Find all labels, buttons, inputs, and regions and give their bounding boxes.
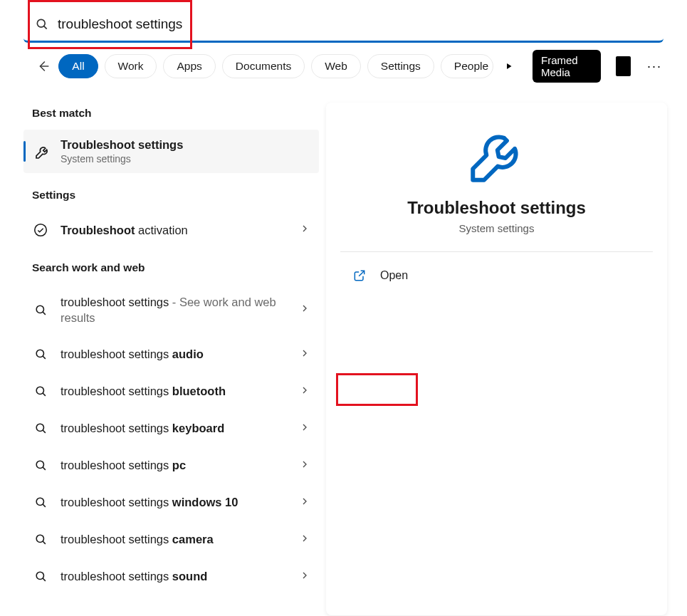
content-area: Best match Troubleshoot settings System … <box>0 88 687 615</box>
open-external-icon <box>352 268 367 283</box>
svg-point-16 <box>36 535 43 542</box>
search-work-web-header: Search work and web <box>23 249 319 284</box>
search-icon <box>32 494 49 511</box>
web-result-label: troubleshoot settings - See work and web… <box>61 294 299 326</box>
chevron-right-icon <box>299 348 310 362</box>
chevron-right-icon <box>299 422 310 436</box>
wrench-icon-large <box>340 124 653 188</box>
settings-item-label: Troubleshoot activation <box>61 222 299 238</box>
web-result-label: troubleshoot settings bluetooth <box>61 383 299 399</box>
search-icon <box>32 301 49 318</box>
web-result-item[interactable]: troubleshoot settings audio <box>23 336 319 373</box>
best-match-title: Troubleshoot settings <box>61 138 183 152</box>
settings-item-troubleshoot-activation[interactable]: Troubleshoot activation <box>23 212 319 249</box>
filter-tabs: All Work Apps Documents Web Settings Peo… <box>0 43 687 88</box>
svg-point-10 <box>36 424 43 431</box>
open-label: Open <box>380 269 408 282</box>
svg-point-3 <box>35 224 47 236</box>
chevron-right-icon <box>299 570 310 584</box>
web-result-item[interactable]: troubleshoot settings - See work and web… <box>23 284 319 336</box>
web-result-label: troubleshoot settings keyboard <box>61 420 299 436</box>
web-result-item[interactable]: troubleshoot settings camera <box>23 521 319 558</box>
svg-point-6 <box>36 350 43 357</box>
svg-point-18 <box>36 572 43 579</box>
settings-header: Settings <box>23 176 319 212</box>
svg-line-19 <box>43 578 46 581</box>
svg-line-15 <box>43 504 46 507</box>
app-color-block[interactable] <box>616 56 631 76</box>
open-button[interactable]: Open <box>340 259 653 292</box>
web-result-label: troubleshoot settings windows 10 <box>61 494 299 510</box>
tab-web[interactable]: Web <box>311 54 361 78</box>
best-match-header: Best match <box>23 103 319 130</box>
best-match-text: Troubleshoot settings System settings <box>61 138 183 165</box>
search-input[interactable] <box>58 16 652 32</box>
tab-apps[interactable]: Apps <box>163 54 215 78</box>
tab-settings[interactable]: Settings <box>367 54 434 78</box>
search-icon <box>35 17 49 31</box>
tab-documents[interactable]: Documents <box>222 54 305 78</box>
best-match-subtitle: System settings <box>61 153 183 165</box>
framed-media-button[interactable]: Framed Media <box>533 50 601 83</box>
wrench-icon <box>33 142 52 161</box>
chevron-right-icon <box>299 496 310 510</box>
search-icon <box>32 383 49 400</box>
svg-line-1 <box>44 26 47 28</box>
web-result-item[interactable]: troubleshoot settings pc <box>23 447 319 484</box>
search-bar[interactable] <box>23 7 664 43</box>
svg-line-17 <box>43 541 46 544</box>
search-icon <box>32 531 49 548</box>
web-result-item[interactable]: troubleshoot settings keyboard <box>23 410 319 447</box>
svg-line-7 <box>43 356 46 359</box>
web-result-label: troubleshoot settings pc <box>61 457 299 473</box>
chevron-right-icon <box>299 533 310 547</box>
svg-point-4 <box>36 306 43 313</box>
results-column: Best match Troubleshoot settings System … <box>23 103 319 615</box>
svg-line-5 <box>43 312 46 315</box>
tab-all[interactable]: All <box>58 54 98 78</box>
chevron-right-icon <box>299 303 310 317</box>
search-icon <box>32 346 49 363</box>
chevron-right-icon <box>299 385 310 399</box>
checkmark-circle-icon <box>32 221 49 239</box>
tab-work[interactable]: Work <box>105 54 157 78</box>
web-result-item[interactable]: troubleshoot settings sound <box>23 558 319 595</box>
svg-line-11 <box>43 430 46 433</box>
preview-panel: Troubleshoot settings System settings Op… <box>326 103 667 615</box>
chevron-right-icon <box>299 459 310 473</box>
svg-point-14 <box>36 498 43 505</box>
web-result-label: troubleshoot settings sound <box>61 568 299 584</box>
svg-point-8 <box>36 387 43 394</box>
chevron-right-icon <box>299 223 310 237</box>
web-result-label: troubleshoot settings audio <box>61 346 299 362</box>
svg-line-13 <box>43 467 46 470</box>
back-button[interactable] <box>34 54 52 78</box>
web-result-item[interactable]: troubleshoot settings windows 10 <box>23 484 319 521</box>
svg-point-0 <box>37 19 45 27</box>
selection-accent <box>23 141 26 162</box>
more-options-button[interactable]: ··· <box>647 59 662 74</box>
divider <box>340 251 653 252</box>
svg-point-12 <box>36 461 43 468</box>
preview-subtitle: System settings <box>340 222 653 234</box>
tab-people[interactable]: People <box>441 54 493 78</box>
search-icon <box>32 568 49 585</box>
svg-line-9 <box>43 393 46 396</box>
web-result-label: troubleshoot settings camera <box>61 531 299 547</box>
search-icon <box>32 457 49 474</box>
tabs-scroll-right[interactable] <box>503 58 515 75</box>
preview-title: Troubleshoot settings <box>340 198 653 218</box>
best-match-item[interactable]: Troubleshoot settings System settings <box>23 130 319 173</box>
search-icon <box>32 420 49 437</box>
web-result-item[interactable]: troubleshoot settings bluetooth <box>23 373 319 410</box>
